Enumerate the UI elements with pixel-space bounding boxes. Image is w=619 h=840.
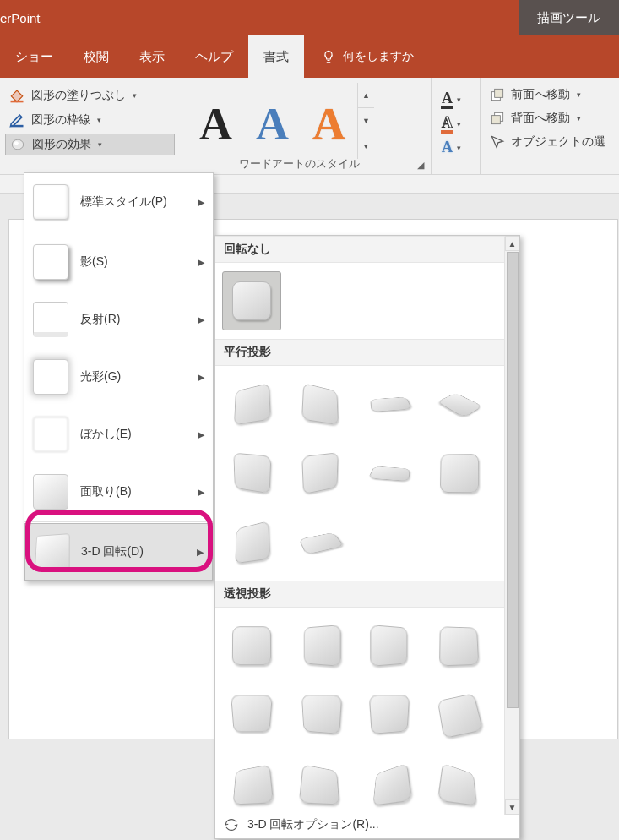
rotation-perspective-tile[interactable] — [222, 685, 281, 745]
send-back-button[interactable]: 背面へ移動 ▾ — [486, 106, 614, 130]
tab-format[interactable]: 書式 — [248, 35, 304, 78]
glow-thumb-icon — [33, 359, 68, 395]
rotation-options-button[interactable]: 3-D 回転オプション(R)... — [215, 810, 519, 838]
rotation-parallel-tile[interactable] — [361, 444, 420, 503]
rotation-parallel-tile[interactable] — [430, 444, 489, 503]
gallery-more-icon[interactable]: ▾ — [358, 134, 374, 159]
chevron-right-icon: ▶ — [198, 372, 204, 383]
scroll-track[interactable] — [507, 251, 519, 799]
shape-outline-button[interactable]: 図形の枠線 ▾ — [5, 109, 175, 131]
rotation-perspective-tile[interactable] — [222, 616, 281, 675]
fx-reflection[interactable]: 反射(R) ▶ — [24, 291, 213, 348]
svg-rect-1 — [11, 125, 24, 128]
chevron-down-icon: ▾ — [577, 114, 581, 123]
tab-review[interactable]: 校閲 — [68, 35, 124, 78]
text-fill-button[interactable]: A▾ — [442, 90, 468, 109]
fx-shadow[interactable]: 影(S) ▶ — [24, 233, 213, 291]
chevron-down-icon: ▾ — [133, 91, 137, 100]
rotation-parallel-tile[interactable] — [222, 374, 281, 434]
wordart-gallery[interactable]: A A A — [187, 83, 357, 159]
rotation-none-tile[interactable] — [222, 271, 281, 330]
wordart-style-1[interactable]: A — [199, 98, 232, 150]
lightbulb-icon — [321, 49, 336, 64]
selection-pane-label: オブジェクトの選 — [511, 134, 605, 150]
gallery-scrollbar[interactable]: ▲ ▼ — [504, 236, 519, 815]
contextual-tab-label: 描画ツール — [519, 0, 619, 35]
gallery-spinner[interactable]: ▲ ▼ ▾ — [357, 83, 374, 159]
tab-slideshow[interactable]: ショー — [0, 35, 68, 78]
chevron-down-icon: ▾ — [457, 95, 461, 104]
rotation-parallel-tile[interactable] — [222, 513, 281, 572]
shape-fill-button[interactable]: 図形の塗りつぶし ▾ — [5, 85, 175, 106]
ribbon-tabs: ショー 校閲 表示 ヘルプ 書式 何をしますか — [0, 35, 619, 78]
text-effects-icon: A — [442, 139, 453, 156]
rotation-parallel-tile[interactable] — [361, 374, 420, 434]
text-outline-button[interactable]: A▾ — [442, 114, 468, 134]
shape-fill-label: 図形の塗りつぶし — [31, 88, 126, 103]
bring-front-button[interactable]: 前面へ移動 ▾ — [486, 83, 614, 106]
fx-bevel-label: 面取り(B) — [80, 484, 132, 499]
chevron-right-icon: ▶ — [198, 429, 204, 440]
text-fill-group: A▾ A▾ A▾ — [432, 78, 481, 174]
rotation-perspective-tile[interactable] — [222, 755, 281, 810]
rotation-perspective-tile[interactable] — [361, 755, 420, 810]
rotation-parallel-tile[interactable] — [222, 444, 281, 503]
rotation-parallel-tile[interactable] — [291, 444, 350, 503]
bring-front-label: 前面へ移動 — [511, 87, 570, 102]
group-launcher-icon[interactable]: ◢ — [417, 160, 427, 170]
rotation-perspective-tile[interactable] — [291, 755, 350, 810]
send-back-icon — [489, 110, 506, 127]
chevron-right-icon: ▶ — [198, 487, 204, 498]
fx-soft-edges[interactable]: ぼかし(E) ▶ — [24, 406, 213, 463]
gallery-up-icon[interactable]: ▲ — [358, 83, 374, 108]
app-name: erPoint — [0, 11, 56, 25]
rotation-parallel-tile[interactable] — [291, 374, 350, 434]
wordart-style-2[interactable]: A — [256, 98, 289, 150]
rotation-perspective-tile[interactable] — [430, 685, 489, 745]
arrange-group: 前面へ移動 ▾ 背面へ移動 ▾ オブジェクトの選 — [481, 78, 619, 174]
svg-rect-0 — [11, 101, 24, 103]
rotation-perspective-tile[interactable] — [291, 616, 350, 675]
rotation-perspective-tile[interactable] — [430, 616, 489, 675]
rotation-perspective-tile[interactable] — [291, 685, 350, 745]
chevron-down-icon: ▾ — [98, 140, 102, 149]
bring-front-icon — [489, 86, 506, 103]
send-back-label: 背面へ移動 — [511, 111, 570, 126]
svg-point-2 — [12, 139, 23, 150]
rotation-parallel-tile[interactable] — [430, 374, 489, 434]
wordart-style-3[interactable]: A — [312, 98, 345, 150]
shape-effects-button[interactable]: 図形の効果 ▾ — [5, 134, 175, 155]
fx-bevel[interactable]: 面取り(B) ▶ — [24, 463, 213, 521]
fx-shadow-label: 影(S) — [80, 254, 108, 270]
fx-preset-label: 標準スタイル(P) — [80, 194, 167, 210]
soft-edges-thumb-icon — [33, 417, 68, 452]
chevron-down-icon: ▾ — [577, 90, 581, 99]
tab-view[interactable]: 表示 — [124, 35, 180, 78]
ribbon: 図形の塗りつぶし ▾ 図形の枠線 ▾ 図形の効果 ▾ A — [0, 78, 619, 175]
section-no-rotation: 回転なし — [215, 236, 504, 263]
fx-glow[interactable]: 光彩(G) ▶ — [24, 348, 213, 406]
bucket-icon — [8, 86, 26, 105]
rotation-perspective-tile[interactable] — [430, 755, 489, 810]
rotation-perspective-tile[interactable] — [361, 685, 420, 745]
reflection-thumb-icon — [33, 302, 68, 337]
fx-3d-rotation[interactable]: 3-D 回転(D) ▶ — [24, 523, 213, 581]
text-effects-button[interactable]: A▾ — [442, 139, 468, 156]
bevel-thumb-icon — [33, 474, 68, 510]
shadow-thumb-icon — [33, 244, 68, 280]
scroll-thumb[interactable] — [507, 252, 519, 708]
effects-icon — [8, 135, 27, 154]
selection-pane-button[interactable]: オブジェクトの選 — [486, 130, 614, 154]
svg-point-3 — [14, 141, 19, 145]
fx-preset[interactable]: 標準スタイル(P) ▶ — [24, 173, 213, 231]
gallery-down-icon[interactable]: ▼ — [358, 108, 374, 134]
rotation-parallel-tile[interactable] — [291, 513, 350, 572]
rotation-perspective-tile[interactable] — [361, 616, 420, 675]
tell-me[interactable]: 何をしますか — [304, 35, 414, 78]
rotation-gallery-body: 回転なし 平行投影 透視投影 — [215, 236, 504, 810]
rotation-gallery: 回転なし 平行投影 透視投影 — [214, 235, 520, 839]
fx-soft-edges-label: ぼかし(E) — [80, 427, 132, 442]
scroll-up-icon[interactable]: ▲ — [505, 236, 519, 251]
chevron-right-icon: ▶ — [198, 197, 204, 208]
tab-help[interactable]: ヘルプ — [180, 35, 248, 78]
